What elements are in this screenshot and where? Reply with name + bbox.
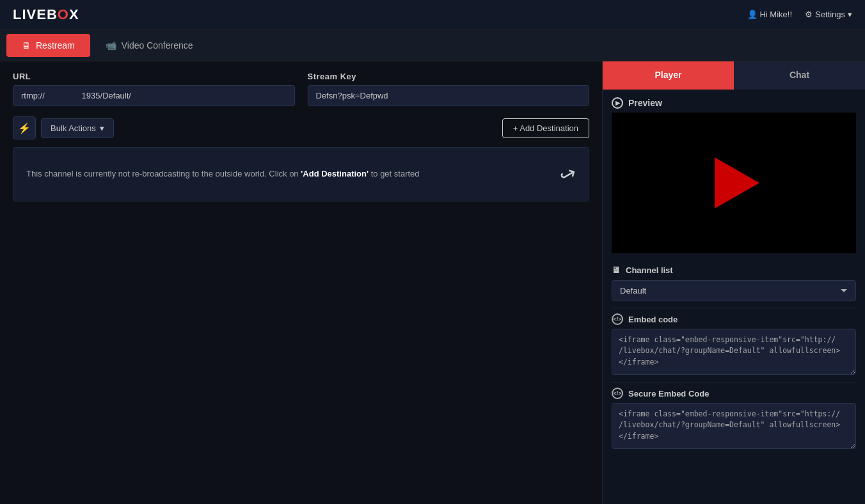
video-area[interactable] (612, 113, 856, 253)
toolbar-row: ⚡ Bulk Actions ▾ + Add Destination (13, 116, 589, 139)
secure-embed-section: </> Secure Embed Code <iframe class="emb… (603, 382, 865, 456)
info-message-bold: 'Add Destination' (301, 169, 369, 178)
fields-row: URL Stream Key (13, 72, 589, 106)
add-destination-label: + Add Destination (513, 123, 578, 133)
channel-list-label-row: 🖥 Channel list (612, 265, 856, 275)
stream-key-input[interactable] (308, 85, 590, 106)
channel-select[interactable]: Default (612, 280, 856, 301)
player-tab-label: Player (655, 70, 681, 80)
video-conference-label: Video Conference (122, 40, 193, 51)
preview-section: ▶ Preview (603, 90, 865, 258)
nav-right: 👤 Hi Mike!! ⚙ Settings ▾ (747, 10, 852, 19)
tab-chat[interactable]: Chat (734, 61, 865, 90)
monitor-icon: 🖥 (612, 265, 621, 275)
embed-code-textarea[interactable]: <iframe class="embed-responsive-item"src… (612, 329, 856, 375)
add-destination-button[interactable]: + Add Destination (502, 118, 589, 138)
top-nav: LIVEBOX 👤 Hi Mike!! ⚙ Settings ▾ (0, 0, 865, 29)
left-panel: URL Stream Key ⚡ Bulk Actions ▾ + Add De… (0, 61, 603, 504)
settings-button[interactable]: ⚙ Settings ▾ (805, 10, 852, 19)
user-greeting: 👤 Hi Mike!! (747, 10, 792, 19)
restream-label: Restream (36, 40, 75, 51)
play-triangle-icon (715, 157, 759, 209)
video-conference-icon: 📹 (106, 40, 116, 51)
player-chat-tabs: Player Chat (603, 61, 865, 90)
toolbar-left: ⚡ Bulk Actions ▾ (13, 116, 114, 139)
bolt-button[interactable]: ⚡ (13, 116, 36, 139)
secure-embed-label: Secure Embed Code (628, 389, 709, 398)
logo: LIVEBOX (13, 6, 79, 23)
url-label: URL (13, 72, 295, 81)
logo-accent: O (58, 6, 69, 22)
stream-key-field-group: Stream Key (308, 72, 590, 106)
info-message: This channel is currently not re-broadca… (26, 168, 420, 181)
user-label: Hi Mike!! (759, 10, 792, 19)
channel-section: 🖥 Channel list Default (603, 258, 865, 308)
info-message-end: to get started (369, 169, 420, 178)
info-box: This channel is currently not re-broadca… (13, 147, 589, 201)
channel-list-label: Channel list (626, 265, 673, 275)
embed-code-label-row: </> Embed code (612, 313, 856, 325)
chat-tab-label: Chat (790, 70, 809, 80)
bulk-actions-chevron: ▾ (100, 123, 104, 133)
info-message-plain: This channel is currently not re-broadca… (26, 169, 301, 178)
secure-embed-textarea[interactable]: <iframe class="embed-responsive-item"src… (612, 403, 856, 449)
bulk-actions-label: Bulk Actions (51, 123, 96, 133)
stream-key-label: Stream Key (308, 72, 590, 81)
tab-video-conference[interactable]: 📹 Video Conference (90, 34, 209, 57)
settings-label: Settings (815, 10, 845, 19)
url-input[interactable] (13, 85, 295, 106)
secure-embed-label-row: </> Secure Embed Code (612, 388, 856, 399)
embed-code-icon: </> (612, 313, 623, 325)
right-panel: Player Chat ▶ Preview 🖥 Channel list Def (603, 61, 865, 504)
main-layout: URL Stream Key ⚡ Bulk Actions ▾ + Add De… (0, 61, 865, 504)
play-circle-icon: ▶ (612, 97, 623, 109)
tab-player[interactable]: Player (603, 61, 734, 90)
preview-title: ▶ Preview (612, 97, 856, 109)
bulk-actions-button[interactable]: Bulk Actions ▾ (41, 118, 114, 138)
url-field-group: URL (13, 72, 295, 106)
tab-bar: 🖥 Restream 📹 Video Conference (0, 29, 865, 61)
arrow-icon: ↪ (555, 161, 580, 188)
embed-section: </> Embed code <iframe class="embed-resp… (603, 308, 865, 382)
secure-embed-icon: </> (612, 388, 623, 399)
restream-icon: 🖥 (22, 40, 31, 51)
preview-label: Preview (628, 98, 662, 108)
embed-code-label: Embed code (628, 315, 678, 324)
tab-restream[interactable]: 🖥 Restream (6, 34, 90, 57)
